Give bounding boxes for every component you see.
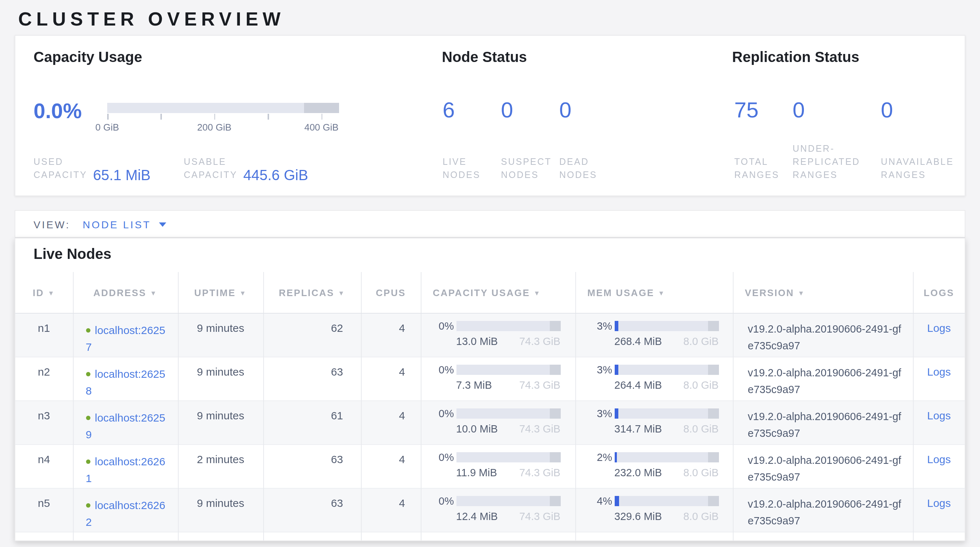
- capacity-bar: [456, 321, 560, 331]
- column-header-cpus: CPUS: [361, 272, 421, 313]
- capacity-gauge-ticks: [107, 114, 339, 120]
- logs-link[interactable]: Logs: [927, 366, 951, 378]
- capacity-total-value: 74.3 GiB: [519, 379, 560, 391]
- used-capacity-label: USED CAPACITY: [33, 155, 87, 181]
- column-header-id[interactable]: ID▼: [15, 272, 73, 313]
- capacity-usage-title: Capacity Usage: [33, 49, 142, 66]
- node-capacity-usage-cell: 0% 10.0 MiB 74.3 GiB: [421, 401, 575, 445]
- sort-arrow-icon: ▼: [338, 289, 345, 296]
- usable-capacity-stat: USABLE CAPACITY 445.6 GiB: [184, 155, 308, 181]
- column-header-version[interactable]: VERSION▼: [733, 272, 913, 313]
- mem-bar-used-segment: [614, 409, 618, 419]
- logs-link[interactable]: Logs: [927, 322, 951, 334]
- under-replicated-ranges-stat: 0 UNDER- REPLICATED RANGES: [792, 99, 805, 122]
- replication-status-title: Replication Status: [732, 49, 859, 66]
- node-address-link[interactable]: localhost:26261: [86, 455, 165, 484]
- capacity-bar-reserved-segment: [550, 452, 560, 463]
- total-ranges-label: TOTAL RANGES: [734, 155, 780, 181]
- suspect-nodes-stat: 0 SUSPECT NODES: [501, 99, 513, 122]
- capacity-total-value: 74.3 GiB: [519, 423, 560, 435]
- column-header-uptime[interactable]: UPTIME▼: [178, 272, 263, 313]
- capacity-used-value: 11.9 MiB: [456, 467, 497, 479]
- partial-next-row: [15, 532, 965, 541]
- usable-capacity-value: 445.6 GiB: [243, 168, 308, 182]
- tick-label: 0 GiB: [95, 122, 119, 133]
- node-mem-usage-cell: 3% 264.4 MiB 8.0 GiB: [575, 357, 733, 401]
- live-nodes-panel: Live Nodes ID▼ ADDRESS▼ UPTIME▼ REPLICAS…: [14, 238, 966, 541]
- node-capacity-usage-cell: 0% 12.4 MiB 74.3 GiB: [421, 488, 575, 532]
- node-address-link[interactable]: localhost:26258: [86, 367, 165, 397]
- mem-used-value: 264.4 MiB: [614, 379, 662, 391]
- node-id-cell: n5: [15, 488, 73, 532]
- capacity-used-value: 10.0 MiB: [456, 423, 498, 435]
- logs-link[interactable]: Logs: [927, 409, 951, 421]
- chevron-down-icon: [159, 222, 166, 226]
- capacity-gauge-bar: [107, 103, 339, 113]
- cluster-overview-page: CLUSTER OVERVIEW Capacity Usage 0.0% 0 G…: [0, 0, 980, 547]
- node-address-cell: localhost:26259: [73, 401, 178, 445]
- dead-nodes-count: 0: [559, 99, 571, 122]
- node-address-cell: localhost:26261: [73, 445, 178, 488]
- sort-arrow-icon: ▼: [658, 289, 665, 296]
- node-address-cell: localhost:26257: [73, 313, 178, 357]
- capacity-usage-section: Capacity Usage 0.0% 0 GiB 200 GiB 400 Gi…: [33, 36, 358, 196]
- total-ranges-count: 75: [734, 99, 759, 122]
- view-node-list-dropdown[interactable]: NODE LIST: [83, 218, 166, 230]
- capacity-percent: 0%: [432, 495, 454, 507]
- logs-link[interactable]: Logs: [927, 497, 951, 509]
- mem-total-value: 8.0 GiB: [683, 336, 719, 347]
- node-capacity-usage-cell: 0% 7.3 MiB 74.3 GiB: [421, 357, 575, 401]
- sort-arrow-icon: ▼: [798, 289, 805, 296]
- mem-bar: [614, 409, 719, 419]
- capacity-bar-reserved-segment: [550, 496, 560, 506]
- node-replicas-cell: 63: [263, 357, 361, 401]
- node-address-link[interactable]: localhost:26262: [86, 499, 165, 528]
- table-row: n1 localhost:26257 9 minutes 62 4 0% 13.…: [15, 313, 965, 357]
- node-mem-usage-cell: 3% 314.7 MiB 8.0 GiB: [575, 401, 733, 445]
- mem-total-value: 8.0 GiB: [683, 423, 719, 435]
- usable-capacity-label: USABLE CAPACITY: [184, 155, 237, 181]
- mem-percent: 3%: [590, 408, 612, 419]
- mem-total-value: 8.0 GiB: [683, 467, 719, 479]
- node-cpus-cell: 4: [361, 445, 421, 488]
- node-uptime-cell: 9 minutes: [178, 488, 263, 532]
- table-row: n3 localhost:26259 9 minutes 61 4 0% 10.…: [15, 401, 965, 445]
- live-nodes-count: 6: [442, 99, 455, 122]
- tick-label: 400 GiB: [304, 122, 339, 133]
- node-address-link[interactable]: localhost:26259: [86, 411, 165, 440]
- node-version-cell: v19.2.0-alpha.20190606-2491-gfe735c9a97: [733, 313, 913, 357]
- mem-bar-reserved-segment: [708, 496, 719, 506]
- capacity-bar-reserved-segment: [550, 409, 560, 419]
- node-status-title: Node Status: [442, 49, 527, 66]
- dead-nodes-label: DEAD NODES: [559, 155, 597, 181]
- node-mem-usage-cell: 2% 232.0 MiB 8.0 GiB: [575, 445, 733, 488]
- node-uptime-cell: 9 minutes: [178, 357, 263, 401]
- mem-bar-reserved-segment: [708, 365, 719, 375]
- column-header-mem-usage[interactable]: MEM USAGE▼: [575, 272, 733, 313]
- node-status-section: Node Status 6 LIVE NODES 0 SUSPECT NODES…: [442, 36, 682, 196]
- mem-total-value: 8.0 GiB: [683, 510, 719, 522]
- node-logs-cell: Logs: [913, 313, 965, 357]
- column-header-address[interactable]: ADDRESS▼: [73, 272, 178, 313]
- mem-bar-reserved-segment: [708, 409, 719, 419]
- column-header-capacity-usage[interactable]: CAPACITY USAGE▼: [421, 272, 575, 313]
- capacity-bar: [456, 365, 560, 375]
- node-version-cell: v19.2.0-alpha.20190606-2491-gfe735c9a97: [733, 445, 913, 488]
- node-replicas-cell: 61: [263, 401, 361, 445]
- column-header-replicas[interactable]: REPLICAS▼: [263, 272, 361, 313]
- node-capacity-usage-cell: 0% 11.9 MiB 74.3 GiB: [421, 445, 575, 488]
- node-cpus-cell: 4: [361, 357, 421, 401]
- logs-link[interactable]: Logs: [927, 453, 951, 465]
- node-address-link[interactable]: localhost:26257: [86, 324, 165, 353]
- view-label: VIEW:: [33, 218, 70, 230]
- node-logs-cell: Logs: [913, 401, 965, 445]
- live-nodes-table: ID▼ ADDRESS▼ UPTIME▼ REPLICAS▼ CPUS CAPA…: [15, 272, 965, 541]
- node-live-dot-icon: [86, 503, 91, 507]
- node-version-cell: v19.2.0-alpha.20190606-2491-gfe735c9a97: [733, 357, 913, 401]
- mem-bar: [614, 452, 719, 463]
- page-title: CLUSTER OVERVIEW: [18, 8, 285, 31]
- node-mem-usage-cell: 4% 329.6 MiB 8.0 GiB: [575, 488, 733, 532]
- capacity-total-value: 74.3 GiB: [519, 336, 560, 347]
- mem-percent: 4%: [590, 495, 612, 507]
- capacity-used-value: 7.3 MiB: [456, 379, 492, 391]
